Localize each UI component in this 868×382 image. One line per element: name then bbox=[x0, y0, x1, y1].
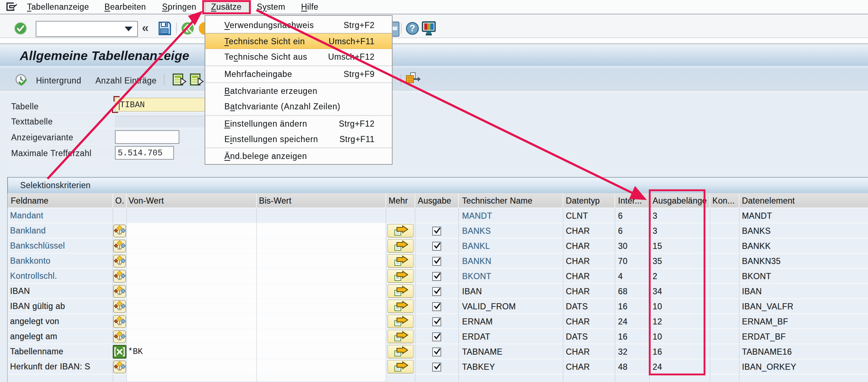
svg-text:?: ? bbox=[410, 23, 415, 33]
